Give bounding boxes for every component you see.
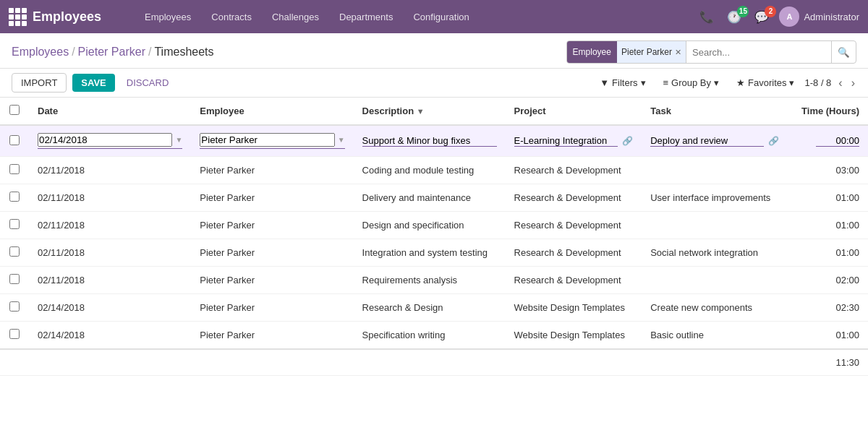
row-checkbox[interactable] (9, 164, 20, 174)
row-checkbox[interactable] (9, 329, 20, 339)
row-checkbox[interactable] (9, 192, 20, 202)
edit-task-cell[interactable]: Deploy and review 🔗 (642, 125, 788, 157)
breadcrumb-employees[interactable]: Employees (12, 46, 69, 59)
table-header-row: Date Employee Description ▼ Project Task… (0, 98, 868, 125)
groupby-icon: ≡ (663, 77, 669, 88)
project-header: Project (506, 98, 642, 125)
pagination-text: 1-8 / 8 (804, 77, 831, 88)
menu-contracts[interactable]: Contracts (203, 7, 260, 27)
edit-project-cell[interactable]: E-Learning Integration 🔗 (506, 125, 642, 157)
filter-group: ▼ Filters ▾ ≡ Group By ▾ ★ Favorites ▾ (595, 74, 799, 91)
date-arrow-icon[interactable]: ▼ (175, 136, 182, 144)
project-ext-link-icon[interactable]: 🔗 (622, 136, 633, 146)
messages-badge-wrap[interactable]: 🕐 15 (724, 10, 744, 24)
row-date: 02/14/2018 (29, 294, 191, 322)
row-description: Coding and module testing (354, 157, 506, 184)
row-project: Research & Development (506, 184, 642, 212)
discard-button[interactable]: DISCARD (121, 74, 175, 92)
table-row[interactable]: 02/11/2018 Pieter Parker Integration and… (0, 239, 868, 267)
row-date: 02/14/2018 (29, 322, 191, 350)
edit-description-cell[interactable] (354, 125, 506, 157)
table-row[interactable]: 02/14/2018 Pieter Parker Research & Desi… (0, 294, 868, 322)
edit-row-checkbox[interactable] (9, 135, 20, 145)
breadcrumb-sep-2: / (148, 46, 151, 59)
row-task: Social network integration (642, 239, 788, 267)
row-time: 01:00 (788, 322, 868, 350)
groupby-button[interactable]: ≡ Group By ▾ (659, 74, 724, 91)
select-all-checkbox[interactable] (9, 105, 20, 115)
row-date: 02/11/2018 (29, 184, 191, 212)
time-input[interactable] (816, 135, 859, 147)
edit-employee-cell[interactable]: ▼ (191, 125, 353, 157)
filters-button[interactable]: ▼ Filters ▾ (595, 74, 650, 91)
next-page-button[interactable]: › (850, 77, 856, 90)
table-row[interactable]: 02/11/2018 Pieter Parker Coding and modu… (0, 157, 868, 184)
edit-time-cell[interactable] (788, 125, 868, 157)
menu-departments[interactable]: Departments (331, 7, 401, 27)
favorites-label: Favorites (748, 77, 786, 88)
toolbar: IMPORT SAVE DISCARD ▼ Filters ▾ ≡ Group … (0, 69, 868, 98)
search-submit-button[interactable]: 🔍 (831, 41, 856, 63)
row-time: 03:00 (788, 157, 868, 184)
row-time: 02:30 (788, 294, 868, 322)
tag-remove-btn[interactable]: ✕ (675, 48, 681, 57)
description-input[interactable] (362, 135, 497, 147)
row-checkbox[interactable] (9, 301, 20, 312)
chat-badge-wrap[interactable]: 💬 2 (752, 10, 772, 24)
row-project: Research & Development (506, 157, 642, 184)
table-row[interactable]: 02/11/2018 Pieter Parker Design and spec… (0, 212, 868, 239)
row-project: Research & Development (506, 239, 642, 267)
row-project: Research & Development (506, 212, 642, 239)
employee-arrow-icon[interactable]: ▼ (338, 136, 345, 144)
employee-input[interactable] (200, 133, 334, 147)
project-select[interactable]: E-Learning Integration (514, 135, 618, 146)
save-button[interactable]: SAVE (72, 74, 114, 92)
total-row: 11:30 (0, 349, 868, 376)
prev-page-button[interactable]: ‹ (837, 77, 843, 90)
avatar: A (779, 7, 799, 27)
row-description: Research & Design (354, 294, 506, 322)
breadcrumb-bar: Employees / Pieter Parker / Timesheets E… (0, 33, 868, 69)
edit-date-cell[interactable]: ▼ (29, 125, 191, 157)
row-checkbox[interactable] (9, 219, 20, 229)
row-description: Design and specification (354, 212, 506, 239)
row-employee: Pieter Parker (191, 322, 353, 350)
time-header: Time (Hours) (788, 98, 868, 125)
row-checkbox[interactable] (9, 246, 20, 257)
task-select[interactable]: Deploy and review (650, 135, 764, 146)
table-row[interactable]: 02/11/2018 Pieter Parker Delivery and ma… (0, 184, 868, 212)
date-input[interactable] (38, 133, 172, 147)
row-date: 02/11/2018 (29, 239, 191, 267)
row-task: User interface improvements (642, 184, 788, 212)
messages-badge: 15 (737, 6, 749, 17)
total-empty2 (642, 349, 788, 376)
breadcrumb-current: Timesheets (154, 46, 213, 59)
total-empty (0, 349, 642, 376)
app-logo[interactable]: Employees (9, 8, 124, 26)
topnav-right: 📞 🕐 15 💬 2 A Administrator (697, 7, 859, 27)
task-ext-link-icon[interactable]: 🔗 (768, 136, 779, 146)
user-menu[interactable]: A Administrator (779, 7, 859, 27)
breadcrumb-pieter[interactable]: Pieter Parker (78, 46, 145, 59)
favorites-button[interactable]: ★ Favorites ▾ (732, 74, 799, 91)
import-button[interactable]: IMPORT (12, 73, 67, 93)
row-employee: Pieter Parker (191, 239, 353, 267)
row-task: Basic outline (642, 322, 788, 350)
search-area: Employee Pieter Parker ✕ 🔍 (566, 40, 856, 64)
sort-icon: ▼ (417, 107, 425, 116)
row-date: 02/11/2018 (29, 267, 191, 294)
row-checkbox[interactable] (9, 274, 20, 284)
menu-employees[interactable]: Employees (136, 7, 200, 27)
search-input[interactable] (686, 41, 831, 63)
table-row[interactable]: 02/14/2018 Pieter Parker Specification w… (0, 322, 868, 350)
select-all-col (0, 98, 29, 125)
row-project: Research & Development (506, 267, 642, 294)
main-menu: Employees Contracts Challenges Departmen… (136, 7, 694, 27)
menu-configuration[interactable]: Configuration (404, 7, 477, 27)
row-date: 02/11/2018 (29, 212, 191, 239)
phone-icon[interactable]: 📞 (697, 7, 717, 27)
menu-challenges[interactable]: Challenges (263, 7, 328, 27)
table-row[interactable]: 02/11/2018 Pieter Parker Requirements an… (0, 267, 868, 294)
row-employee: Pieter Parker (191, 184, 353, 212)
edit-row[interactable]: ▼ ▼ E-Learning Integra (0, 125, 868, 157)
